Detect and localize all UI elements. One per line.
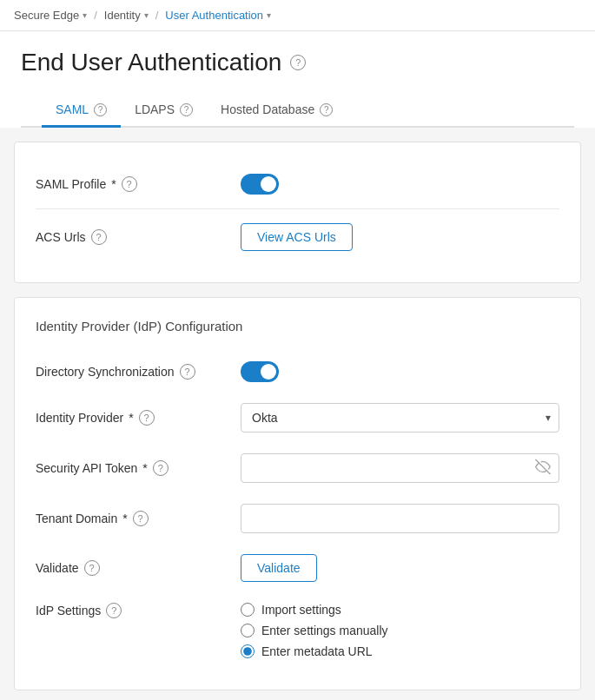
saml-card: SAML Profile * ? ACS Urls ? View ACS Url… [14, 142, 581, 283]
identity-provider-select-wrapper: Okta Azure AD ADFS Generic SAML ▾ [241, 403, 559, 433]
validate-help-icon[interactable]: ? [84, 560, 100, 576]
breadcrumb: Secure Edge ▾ / Identity ▾ / User Authen… [0, 0, 595, 31]
breadcrumb-item-secure-edge[interactable]: Secure Edge ▾ [14, 9, 87, 22]
validate-button[interactable]: Validate [241, 554, 317, 582]
validate-control: Validate [241, 554, 559, 582]
tab-ldaps-help-icon[interactable]: ? [180, 103, 193, 116]
directory-sync-row: Directory Synchronization ? [36, 351, 559, 393]
breadcrumb-sep-1: / [94, 9, 97, 22]
idp-settings-row: IdP Settings ? Import settings Enter set… [36, 592, 559, 669]
saml-profile-label: SAML Profile * ? [36, 176, 227, 192]
security-api-token-help-icon[interactable]: ? [153, 460, 169, 476]
idp-section-title: Identity Provider (IdP) Configuration [36, 319, 559, 333]
acs-urls-row: ACS Urls ? View ACS Urls [36, 213, 559, 261]
security-api-token-input-wrapper [241, 453, 559, 483]
idp-settings-radio-group: Import settings Enter settings manually … [241, 603, 559, 658]
tabs-container: SAML ? LDAPS ? Hosted Database ? [21, 94, 574, 128]
tab-ldaps[interactable]: LDAPS ? [121, 94, 207, 128]
directory-sync-slider [241, 361, 279, 382]
directory-sync-control [241, 361, 559, 382]
breadcrumb-sep-2: / [155, 9, 159, 22]
idp-settings-control: Import settings Enter settings manually … [241, 603, 559, 658]
directory-sync-toggle[interactable] [241, 361, 279, 382]
identity-provider-help-icon[interactable]: ? [139, 410, 155, 426]
security-api-token-label: Security API Token * ? [36, 460, 227, 476]
identity-provider-control: Okta Azure AD ADFS Generic SAML ▾ [241, 403, 559, 433]
password-visibility-icon[interactable] [535, 459, 551, 478]
security-api-token-row: Security API Token * ? [36, 443, 559, 493]
idp-settings-option-import[interactable]: Import settings [241, 603, 559, 617]
view-acs-urls-button[interactable]: View ACS Urls [241, 223, 353, 251]
acs-urls-control: View ACS Urls [241, 223, 559, 251]
security-api-token-input[interactable] [241, 453, 559, 483]
saml-profile-row: SAML Profile * ? [36, 163, 559, 205]
tab-saml-help-icon[interactable]: ? [94, 103, 107, 116]
saml-profile-help-icon[interactable]: ? [122, 176, 137, 192]
acs-urls-help-icon[interactable]: ? [91, 229, 107, 245]
idp-settings-option-manual[interactable]: Enter settings manually [241, 624, 559, 637]
saml-profile-control [241, 174, 559, 195]
idp-settings-radio-import[interactable] [241, 603, 255, 617]
idp-card: Identity Provider (IdP) Configuration Di… [14, 297, 581, 690]
breadcrumb-chevron-0: ▾ [83, 10, 87, 20]
page-header: End User Authentication ? SAML ? LDAPS ?… [0, 31, 595, 128]
identity-provider-row: Identity Provider * ? Okta Azure AD ADFS… [36, 393, 559, 443]
idp-settings-option-metadata[interactable]: Enter metadata URL [241, 644, 559, 658]
tab-saml[interactable]: SAML ? [42, 94, 121, 128]
tenant-domain-help-icon[interactable]: ? [133, 511, 149, 526]
idp-settings-radio-manual[interactable] [241, 624, 255, 637]
security-api-token-control [241, 453, 559, 483]
idp-settings-help-icon[interactable]: ? [106, 603, 122, 618]
tab-hosted-database-help-icon[interactable]: ? [320, 103, 333, 116]
divider-1 [36, 208, 559, 209]
tenant-domain-label: Tenant Domain * ? [36, 511, 227, 526]
idp-settings-label: IdP Settings ? [36, 603, 227, 618]
page-help-icon[interactable]: ? [290, 55, 306, 70]
validate-row: Validate ? Validate [36, 544, 559, 592]
tenant-domain-row: Tenant Domain * ? [36, 493, 559, 544]
breadcrumb-item-user-auth[interactable]: User Authentication ▾ [165, 9, 271, 22]
directory-sync-help-icon[interactable]: ? [180, 364, 195, 380]
identity-provider-select[interactable]: Okta Azure AD ADFS Generic SAML [241, 403, 559, 433]
breadcrumb-chevron-2: ▾ [267, 10, 271, 20]
main-content: SAML Profile * ? ACS Urls ? View ACS Url… [0, 142, 595, 690]
breadcrumb-item-identity[interactable]: Identity ▾ [104, 9, 149, 22]
idp-settings-radio-metadata[interactable] [241, 644, 255, 658]
tab-hosted-database[interactable]: Hosted Database ? [207, 94, 347, 128]
tenant-domain-input-wrapper [241, 504, 559, 533]
tenant-domain-control [241, 504, 559, 533]
validate-label: Validate ? [36, 560, 227, 576]
saml-profile-toggle[interactable] [241, 174, 279, 195]
saml-profile-slider [241, 174, 279, 195]
breadcrumb-chevron-1: ▾ [144, 10, 149, 20]
directory-sync-label: Directory Synchronization ? [36, 364, 227, 380]
tenant-domain-input[interactable] [241, 504, 559, 533]
page-title: End User Authentication ? [21, 49, 574, 76]
acs-urls-label: ACS Urls ? [36, 229, 227, 245]
identity-provider-label: Identity Provider * ? [36, 410, 227, 426]
